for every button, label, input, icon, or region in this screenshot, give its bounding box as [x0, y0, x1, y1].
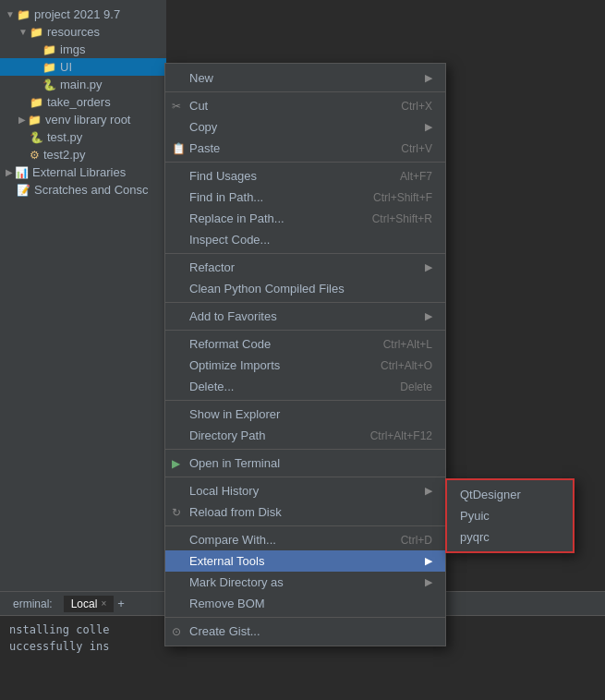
close-tab-button[interactable]: × — [101, 598, 106, 609]
menu-separator — [165, 253, 445, 254]
menu-separator — [165, 162, 445, 163]
terminal-icon: ▶ — [172, 457, 180, 470]
menu-item-paste[interactable]: 📋 Paste Ctrl+V — [165, 138, 445, 159]
menu-separator — [165, 525, 445, 526]
menu-separator — [165, 302, 445, 303]
submenu-arrow: ▶ — [425, 72, 432, 84]
submenu-item-pyuic[interactable]: Pyuic — [447, 505, 573, 526]
menu-item-find-usages[interactable]: Find Usages Alt+F7 — [165, 165, 445, 187]
submenu-item-pyqrc[interactable]: pyqrc — [447, 526, 573, 548]
folder-icon: 📁 — [28, 114, 42, 127]
submenu-arrow: ▶ — [425, 310, 432, 322]
menu-item-new[interactable]: New ▶ — [165, 67, 445, 89]
tree-label: venv library root — [45, 113, 130, 127]
tree-item-ext-libs[interactable]: ▶ 📊 External Libraries — [0, 163, 166, 181]
folder-icon: 📁 — [42, 61, 56, 74]
tree-label: UI — [60, 60, 72, 74]
menu-separator — [165, 400, 445, 401]
tree-item-project[interactable]: ▼ 📁 project 2021 9.7 — [0, 6, 166, 23]
menu-item-clean-python[interactable]: Clean Python Compiled Files — [165, 278, 445, 299]
cut-icon: ✂ — [172, 100, 181, 113]
menu-separator — [165, 330, 445, 331]
tree-label: resources — [47, 25, 100, 39]
menu-item-optimize-imports[interactable]: Optimize Imports Ctrl+Alt+O — [165, 355, 445, 376]
menu-item-create-gist[interactable]: ⊙ Create Gist... — [165, 621, 445, 642]
tree-item-test2py[interactable]: ⚙ test2.py — [0, 146, 166, 163]
menu-item-find-in-path[interactable]: Find in Path... Ctrl+Shift+F — [165, 187, 445, 208]
scratch-icon: 📝 — [17, 184, 30, 197]
tree-label: External Libraries — [32, 165, 126, 179]
menu-item-compare-with[interactable]: Compare With... Ctrl+D — [165, 529, 445, 550]
menu-item-reload-disk[interactable]: ↻ Reload from Disk — [165, 501, 445, 523]
tab-label: erminal: — [13, 597, 53, 610]
gist-icon: ⊙ — [172, 625, 181, 638]
tree-label: Scratches and Consc — [34, 183, 149, 197]
tree-item-take-orders[interactable]: 📁 take_orders — [0, 93, 166, 111]
menu-item-refactor[interactable]: Refactor ▶ — [165, 257, 445, 278]
menu-item-external-tools[interactable]: External Tools ▶ — [165, 550, 445, 572]
folder-icon: 📁 — [30, 26, 43, 39]
menu-item-copy[interactable]: Copy ▶ — [165, 116, 445, 138]
tree-label: imgs — [60, 42, 85, 56]
tree-item-mainpy[interactable]: 🐍 main.py — [0, 76, 166, 93]
menu-item-dir-path[interactable]: Directory Path Ctrl+Alt+F12 — [165, 425, 445, 446]
tree-label: main.py — [60, 78, 103, 91]
menu-item-replace-in-path[interactable]: Replace in Path... Ctrl+Shift+R — [165, 208, 445, 229]
folder-icon: 📁 — [42, 43, 56, 56]
new-terminal-button[interactable]: + — [117, 597, 125, 610]
tree-item-testpy[interactable]: 🐍 test.py — [0, 128, 166, 146]
py-file-icon: 🐍 — [42, 78, 56, 91]
context-menu: New ▶ ✂ Cut Ctrl+X Copy ▶ 📋 Paste Ctrl+V… — [164, 63, 446, 646]
submenu-label: QtDesigner — [460, 488, 521, 501]
file-tree: ▼ 📁 project 2021 9.7 ▼ 📁 resources 📁 img… — [0, 0, 166, 591]
menu-item-delete[interactable]: Delete... Delete — [165, 376, 445, 397]
submenu-external-tools: QtDesigner Pyuic pyqrc — [445, 478, 575, 553]
submenu-arrow: ▶ — [425, 261, 432, 273]
paste-icon: 📋 — [172, 142, 186, 155]
tree-arrow: ▼ — [6, 9, 15, 19]
menu-separator — [165, 449, 445, 450]
tab-label: Local — [71, 597, 98, 610]
reload-icon: ↻ — [172, 506, 181, 519]
submenu-arrow: ▶ — [425, 555, 432, 567]
menu-separator — [165, 91, 445, 92]
terminal-tab-terminal[interactable]: erminal: — [6, 596, 60, 612]
folder-icon: 📁 — [17, 8, 30, 21]
submenu-item-qtdesigner[interactable]: QtDesigner — [447, 484, 573, 505]
lib-icon: 📊 — [15, 166, 29, 179]
folder-icon: 📁 — [30, 96, 43, 109]
menu-item-add-favorites[interactable]: Add to Favorites ▶ — [165, 306, 445, 327]
menu-item-mark-dir[interactable]: Mark Directory as ▶ — [165, 572, 445, 593]
terminal-tab-local[interactable]: Local × — [64, 596, 115, 612]
terminal-text: uccessfully ins — [9, 640, 109, 653]
tree-item-venv[interactable]: ▶ 📁 venv library root — [0, 111, 166, 128]
py-file-icon: 🐍 — [30, 131, 43, 144]
py-file-icon: ⚙ — [30, 149, 40, 162]
tree-item-resources[interactable]: ▼ 📁 resources — [0, 23, 166, 41]
menu-item-remove-bom[interactable]: Remove BOM — [165, 593, 445, 614]
tree-item-ui[interactable]: 📁 UI — [0, 58, 166, 76]
menu-separator — [165, 477, 445, 477]
tree-arrow: ▶ — [6, 167, 13, 177]
tree-label: test.py — [47, 130, 82, 144]
menu-item-show-explorer[interactable]: Show in Explorer — [165, 404, 445, 425]
tree-arrow: ▶ — [18, 115, 26, 125]
submenu-label: pyqrc — [460, 530, 490, 544]
tree-label: project 2021 9.7 — [34, 7, 120, 21]
tree-item-imgs[interactable]: 📁 imgs — [0, 41, 166, 58]
menu-item-reformat-code[interactable]: Reformat Code Ctrl+Alt+L — [165, 333, 445, 355]
tree-arrow: ▼ — [18, 27, 28, 37]
tree-label: test2.py — [43, 148, 86, 162]
submenu-label: Pyuic — [460, 509, 490, 523]
menu-item-open-terminal[interactable]: ▶ Open in Terminal — [165, 453, 445, 474]
tree-label: take_orders — [47, 95, 111, 109]
submenu-arrow: ▶ — [425, 485, 432, 497]
submenu-arrow: ▶ — [425, 121, 432, 133]
menu-item-local-history[interactable]: Local History ▶ — [165, 480, 445, 501]
menu-item-inspect-code[interactable]: Inspect Code... — [165, 229, 445, 250]
menu-separator — [165, 617, 445, 618]
terminal-text: nstalling colle — [9, 623, 109, 636]
menu-item-cut[interactable]: ✂ Cut Ctrl+X — [165, 95, 445, 116]
tree-item-scratches[interactable]: 📝 Scratches and Consc — [0, 181, 166, 199]
submenu-arrow: ▶ — [425, 576, 432, 588]
